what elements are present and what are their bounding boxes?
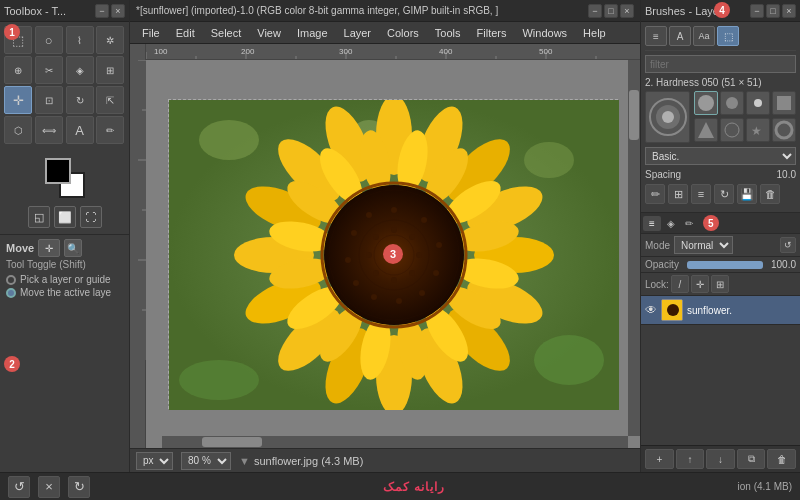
brush-item-5[interactable] (694, 118, 718, 142)
tool-lasso[interactable]: ⌇ (66, 26, 94, 54)
tool-path[interactable]: ✏ (96, 116, 124, 144)
brushes-min-btn[interactable]: − (750, 4, 764, 18)
tool-ellipse[interactable]: ○ (35, 26, 63, 54)
lock-label: Lock: (645, 279, 669, 290)
move-active-option[interactable]: Move the active laye (6, 286, 123, 299)
layer-lower-btn[interactable]: ↓ (706, 449, 735, 469)
zoom-select[interactable]: 80 % (181, 452, 231, 470)
brush-grid-btn[interactable]: ⊞ (668, 184, 688, 204)
svg-point-75 (421, 217, 427, 223)
mode-select[interactable]: Normal (674, 236, 733, 254)
lock-position-btn[interactable]: ✛ (691, 275, 709, 293)
tool-crop[interactable]: ⊡ (35, 86, 63, 114)
lock-pixels-btn[interactable]: / (671, 275, 689, 293)
tab-channels[interactable]: ◈ (663, 216, 679, 231)
brush-filter-input[interactable] (645, 55, 796, 73)
brushes-close-btn[interactable]: × (782, 4, 796, 18)
opacity-slider[interactable] (687, 261, 763, 269)
menu-windows[interactable]: Windows (514, 25, 575, 41)
menu-file[interactable]: File (134, 25, 168, 41)
bottom-center-logo: رایانه کمک (383, 480, 445, 494)
pick-layer-radio[interactable] (6, 275, 16, 285)
menu-filters[interactable]: Filters (469, 25, 515, 41)
brush-view-btn[interactable]: ≡ (691, 184, 711, 204)
layer-delete-btn[interactable]: 🗑 (767, 449, 796, 469)
menu-tools[interactable]: Tools (427, 25, 469, 41)
brush-item-6[interactable] (720, 118, 744, 142)
redo-btn[interactable]: ↻ (68, 476, 90, 498)
menu-image[interactable]: Image (289, 25, 336, 41)
screen-mode-btn[interactable]: ⬜ (54, 206, 76, 228)
quick-mask-btn[interactable]: ◱ (28, 206, 50, 228)
brush-item-7[interactable]: ★ (746, 118, 770, 142)
brushes-max-btn[interactable]: □ (766, 4, 780, 18)
unit-select[interactable]: px (136, 452, 173, 470)
tool-flip[interactable]: ⟺ (35, 116, 63, 144)
badge-number-1: 1 (4, 24, 20, 40)
menu-view[interactable]: View (249, 25, 289, 41)
brush-item-1[interactable] (694, 91, 718, 115)
tool-rotate[interactable]: ↻ (66, 86, 94, 114)
brush-tab-4[interactable]: ⬚ (717, 26, 739, 46)
tool-align[interactable]: ⊞ (96, 56, 124, 84)
fullscreen-btn[interactable]: ⛶ (80, 206, 102, 228)
minimize-btn[interactable]: − (95, 4, 109, 18)
unit-section: px (136, 452, 173, 470)
brush-item-3[interactable] (746, 91, 770, 115)
tool-move[interactable]: ✛ (4, 86, 32, 114)
brush-save-btn[interactable]: 💾 (737, 184, 757, 204)
menu-colors[interactable]: Colors (379, 25, 427, 41)
tool-scale[interactable]: ⇱ (96, 86, 124, 114)
move-active-radio[interactable] (6, 288, 16, 298)
canvas-min-btn[interactable]: − (588, 4, 602, 18)
svg-text:300: 300 (339, 47, 353, 56)
tool-bycolor[interactable]: ⊕ (4, 56, 32, 84)
layer-reset-btn[interactable]: ↺ (780, 237, 796, 253)
brush-item-4[interactable] (772, 91, 796, 115)
foreground-color[interactable] (45, 158, 71, 184)
brush-item-2[interactable] (720, 91, 744, 115)
eyedrop-icon[interactable]: 🔍 (64, 239, 82, 257)
h-scroll-thumb[interactable] (202, 437, 262, 447)
color-picker[interactable] (45, 158, 85, 198)
layer-item-1[interactable]: 👁 sunflower. (641, 296, 800, 325)
v-scroll-thumb[interactable] (629, 90, 639, 140)
horizontal-scrollbar[interactable] (162, 436, 628, 448)
badge-2: 2 (4, 356, 20, 372)
brush-item-8[interactable] (772, 118, 796, 142)
tool-perspective[interactable]: ⬡ (4, 116, 32, 144)
svg-rect-92 (777, 96, 791, 110)
basic-preset-select[interactable]: Basic. (645, 147, 796, 165)
lock-all-btn[interactable]: ⊞ (711, 275, 729, 293)
menu-layer[interactable]: Layer (336, 25, 380, 41)
brush-refresh-btn[interactable]: ↻ (714, 184, 734, 204)
canvas-max-btn[interactable]: □ (604, 4, 618, 18)
menu-help[interactable]: Help (575, 25, 614, 41)
menu-edit[interactable]: Edit (168, 25, 203, 41)
canvas-close-btn[interactable]: × (620, 4, 634, 18)
close-doc-btn[interactable]: × (38, 476, 60, 498)
brush-edit-btn[interactable]: ✏ (645, 184, 665, 204)
canvas-scroll-area[interactable]: 3 (146, 60, 640, 448)
tool-scissors[interactable]: ✂ (35, 56, 63, 84)
brush-tab-1[interactable]: ≡ (645, 26, 667, 46)
close-btn[interactable]: × (111, 4, 125, 18)
brush-tab-2[interactable]: A (669, 26, 691, 46)
tool-fuzzy[interactable]: ✲ (96, 26, 124, 54)
layer-visibility-icon[interactable]: 👁 (645, 303, 657, 317)
layer-raise-btn[interactable]: ↑ (676, 449, 705, 469)
layer-new-btn[interactable]: + (645, 449, 674, 469)
tool-text[interactable]: A (66, 116, 94, 144)
pick-layer-option[interactable]: Pick a layer or guide (6, 273, 123, 286)
tab-paths[interactable]: ✏ (681, 216, 697, 231)
tool-fg-select[interactable]: ◈ (66, 56, 94, 84)
tab-layers[interactable]: ≡ (643, 216, 661, 231)
vertical-scrollbar[interactable] (628, 60, 640, 436)
menu-select[interactable]: Select (203, 25, 250, 41)
layer-duplicate-btn[interactable]: ⧉ (737, 449, 766, 469)
move-section: Move ✛ 🔍 Tool Toggle (Shift) Pick a laye… (0, 234, 129, 303)
brush-tab-3[interactable]: Aa (693, 26, 715, 46)
right-panel: Brushes - Laye... − □ × ≡ A Aa ⬚ (640, 0, 800, 472)
brush-delete-btn[interactable]: 🗑 (760, 184, 780, 204)
undo-btn[interactable]: ↺ (8, 476, 30, 498)
